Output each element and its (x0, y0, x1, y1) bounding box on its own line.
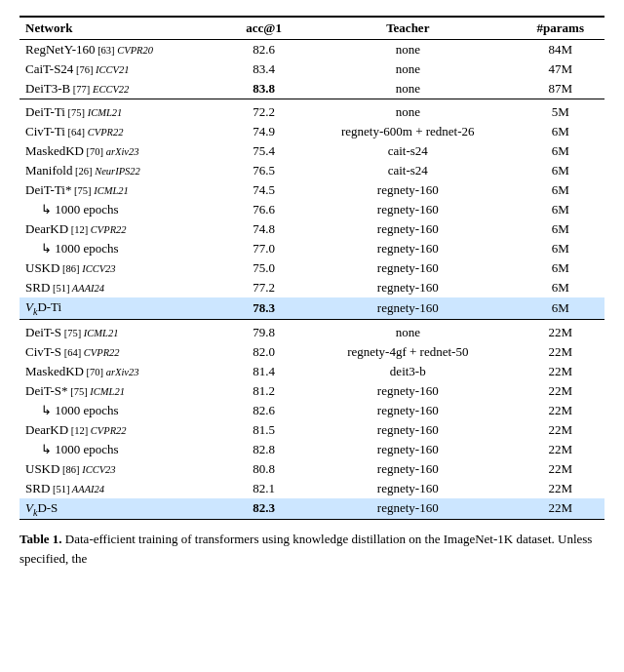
cell-acc: 82.3 (228, 498, 299, 520)
table-row: MaskedKD [70] arXiv2375.4cait-s246M (20, 141, 604, 161)
cell-network: ↳ 1000 epochs (20, 401, 228, 420)
table-row: DeiT3-B [77] ECCV2283.8none87M (20, 79, 604, 99)
cell-acc: 82.6 (228, 40, 299, 60)
cell-network: USKD [86] ICCV23 (20, 258, 228, 278)
cell-teacher: regnety-160 (299, 459, 517, 479)
table-row: DearKD [12] CVPR2274.8regnety-1606M (20, 219, 604, 239)
cell-acc: 76.5 (228, 161, 299, 180)
col-header-acc: acc@1 (228, 17, 299, 40)
table-row: SRD [51] AAAI2477.2regnety-1606M (20, 278, 604, 297)
cell-acc: 77.2 (228, 278, 299, 297)
cell-network: USKD [86] ICCV23 (20, 459, 228, 479)
cell-params: 6M (517, 239, 604, 258)
cell-network: RegNetY-160 [63] CVPR20 (20, 40, 228, 60)
cell-params: 22M (517, 479, 604, 498)
table-row: DearKD [12] CVPR2281.5regnety-16022M (20, 420, 604, 440)
cell-network: CivT-Ti [64] CVPR22 (20, 122, 228, 141)
cell-teacher: regnety-160 (299, 479, 517, 498)
cell-network: DearKD [12] CVPR22 (20, 420, 228, 440)
cell-acc: 74.5 (228, 180, 299, 200)
cell-network: CaiT-S24 [76] ICCV21 (20, 59, 228, 79)
cell-network: ↳ 1000 epochs (20, 239, 228, 258)
comparison-table: Network acc@1 Teacher #params RegNetY-16… (20, 16, 604, 520)
cell-acc: 78.3 (228, 297, 299, 319)
cell-network: SRD [51] AAAI24 (20, 479, 228, 498)
cell-acc: 79.8 (228, 319, 299, 342)
col-header-network: Network (20, 17, 228, 40)
cell-network: DearKD [12] CVPR22 (20, 219, 228, 239)
cell-params: 6M (517, 122, 604, 141)
cell-acc: 81.5 (228, 420, 299, 440)
cell-teacher: regnety-160 (299, 278, 517, 297)
col-header-params: #params (517, 17, 604, 40)
cell-network: DeiT-Ti* [75] ICML21 (20, 180, 228, 200)
cell-params: 22M (517, 440, 604, 459)
cell-teacher: regnety-160 (299, 420, 517, 440)
cell-network: ↳ 1000 epochs (20, 440, 228, 459)
cell-acc: 76.6 (228, 200, 299, 219)
table-row: SRD [51] AAAI2482.1regnety-16022M (20, 479, 604, 498)
cell-teacher: regnety-160 (299, 219, 517, 239)
cell-network: SRD [51] AAAI24 (20, 278, 228, 297)
table-row: CivT-S [64] CVPR2282.0regnety-4gf + redn… (20, 342, 604, 362)
cell-network: ↳ 1000 epochs (20, 200, 228, 219)
cell-teacher: cait-s24 (299, 141, 517, 161)
table-row: DeiT-S [75] ICML2179.8none22M (20, 319, 604, 342)
cell-params: 47M (517, 59, 604, 79)
cell-network: CivT-S [64] CVPR22 (20, 342, 228, 362)
cell-acc: 82.8 (228, 440, 299, 459)
cell-acc: 75.4 (228, 141, 299, 161)
cell-acc: 80.8 (228, 459, 299, 479)
cell-acc: 75.0 (228, 258, 299, 278)
table-caption: Table 1. Data-efficient training of tran… (20, 530, 604, 568)
table-row: DeiT-S* [75] ICML2181.2regnety-16022M (20, 381, 604, 401)
cell-acc: 82.6 (228, 401, 299, 420)
cell-teacher: none (299, 40, 517, 60)
cell-teacher: none (299, 79, 517, 99)
cell-teacher: regnety-4gf + rednet-50 (299, 342, 517, 362)
cell-acc: 74.9 (228, 122, 299, 141)
cell-acc: 74.8 (228, 219, 299, 239)
cell-network: Manifold [26] NeurIPS22 (20, 161, 228, 180)
cell-network: VkD-S (20, 498, 228, 520)
cell-params: 22M (517, 401, 604, 420)
cell-teacher: regnety-160 (299, 180, 517, 200)
table-row: MaskedKD [70] arXiv2381.4deit3-b22M (20, 362, 604, 381)
cell-teacher: regnety-160 (299, 258, 517, 278)
cell-params: 84M (517, 40, 604, 60)
cell-teacher: regnety-160 (299, 440, 517, 459)
cell-teacher: none (299, 319, 517, 342)
table-row: ↳ 1000 epochs76.6regnety-1606M (20, 200, 604, 219)
cell-params: 6M (517, 161, 604, 180)
cell-network: VkD-Ti (20, 297, 228, 319)
table-row: ↳ 1000 epochs77.0regnety-1606M (20, 239, 604, 258)
cell-params: 6M (517, 200, 604, 219)
cell-network: DeiT-S* [75] ICML21 (20, 381, 228, 401)
cell-acc: 82.1 (228, 479, 299, 498)
table-row: VkD-S82.3regnety-16022M (20, 498, 604, 520)
cell-params: 22M (517, 342, 604, 362)
cell-teacher: regnety-160 (299, 381, 517, 401)
cell-network: DeiT-S [75] ICML21 (20, 319, 228, 342)
cell-acc: 81.2 (228, 381, 299, 401)
cell-teacher: regnety-160 (299, 498, 517, 520)
cell-acc: 77.0 (228, 239, 299, 258)
caption-label: Table 1. (20, 532, 62, 546)
cell-params: 6M (517, 258, 604, 278)
cell-params: 6M (517, 219, 604, 239)
cell-teacher: regnety-160 (299, 297, 517, 319)
cell-params: 6M (517, 278, 604, 297)
cell-network: DeiT-Ti [75] ICML21 (20, 99, 228, 123)
cell-acc: 83.4 (228, 59, 299, 79)
cell-params: 22M (517, 362, 604, 381)
cell-teacher: regnety-160 (299, 401, 517, 420)
cell-params: 6M (517, 297, 604, 319)
cell-params: 22M (517, 319, 604, 342)
cell-params: 6M (517, 180, 604, 200)
cell-params: 22M (517, 459, 604, 479)
cell-network: MaskedKD [70] arXiv23 (20, 141, 228, 161)
cell-params: 22M (517, 381, 604, 401)
cell-teacher: deit3-b (299, 362, 517, 381)
cell-teacher: regnety-160 (299, 239, 517, 258)
table-row: DeiT-Ti* [75] ICML2174.5regnety-1606M (20, 180, 604, 200)
